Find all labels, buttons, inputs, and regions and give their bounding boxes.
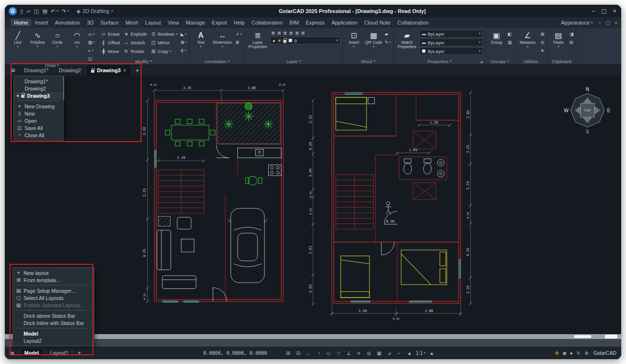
doc-minimize-button[interactable]: −: [599, 20, 601, 26]
menu-item-new-layout[interactable]: +New layout: [13, 269, 94, 276]
tab-bim[interactable]: BIM: [286, 19, 302, 26]
status-bulb-icon[interactable]: ●: [570, 351, 573, 356]
fillet-button[interactable]: ◣▾: [180, 30, 187, 38]
tab-layout[interactable]: Layout: [142, 19, 164, 26]
tab-application[interactable]: Application: [328, 19, 361, 26]
update-icon[interactable]: ↻: [576, 351, 580, 356]
cut-button[interactable]: ◨: [569, 30, 574, 38]
color-dropdown[interactable]: ByLayer ▾: [419, 47, 483, 55]
tab-view[interactable]: View: [164, 19, 183, 26]
rectangle-button[interactable]: ▭▾: [88, 30, 95, 38]
array-button[interactable]: ⊞▾: [180, 39, 187, 46]
menu-item-dock-above[interactable]: Dock above Status Bar: [13, 312, 94, 319]
drawing-canvas[interactable]: 0.15 3.35 3.08 0.15 3.10 2.25 4.35 0.15 …: [5, 76, 621, 334]
menu-item-drawing2[interactable]: Drawing2: [14, 85, 63, 92]
erase-button[interactable]: ▱Erase: [100, 30, 121, 38]
scrollbar-corner-button[interactable]: [605, 335, 617, 338]
menu-item-dock-inline[interactable]: Dock Inline with Status Bar: [13, 319, 94, 326]
rotate-button[interactable]: ↻Rotate: [122, 47, 148, 55]
text-button[interactable]: A Text ▾: [192, 30, 210, 49]
polar-tracking-icon[interactable]: ◔: [314, 351, 322, 356]
arc-button[interactable]: ◠ Arc ▾: [68, 30, 86, 49]
tab-help[interactable]: Help: [231, 19, 248, 26]
undo-caret-icon[interactable]: ▾: [57, 9, 59, 13]
gstarcad-logo-icon[interactable]: G: [9, 7, 17, 15]
tab-cloud-note[interactable]: Cloud Note: [361, 19, 394, 26]
layout-bar-menu-button[interactable]: ≡: [8, 350, 17, 357]
view-compass[interactable]: TOP N S W E: [564, 87, 611, 134]
annotation-visibility-icon[interactable]: ▲: [428, 351, 436, 356]
menu-item-save-all[interactable]: ◫Save All: [14, 124, 63, 131]
isometric-drafting-icon[interactable]: ◇: [325, 351, 332, 356]
block-editor-button[interactable]: ▰: [384, 30, 391, 38]
tab-export[interactable]: Export: [209, 19, 231, 26]
layer-prev-button[interactable]: ≣: [283, 30, 287, 36]
menu-item-new-drawing[interactable]: +New Drawing: [14, 103, 63, 110]
lineweight-dropdown[interactable]: ▬ ByLayer ▾: [419, 39, 483, 46]
save-icon[interactable]: ◫: [34, 8, 39, 14]
draw-panel-footer[interactable]: Draw▾: [9, 63, 95, 68]
match-properties-button[interactable]: ▰ Match Properties: [396, 30, 418, 50]
block-panel-footer[interactable]: Block▾: [345, 58, 391, 65]
insert-button[interactable]: ⊡ Insert ▾: [345, 30, 363, 49]
menu-item-open[interactable]: ▱Open: [14, 117, 63, 124]
floor-plan-drawing[interactable]: 0.15 3.35 3.08 0.15 3.10 2.25 4.35 0.15 …: [5, 76, 621, 334]
workspace-switcher[interactable]: ◈ 2D Drafting ▾: [77, 8, 113, 14]
clean-screen-icon[interactable]: ⊕: [585, 351, 588, 356]
grid-icon[interactable]: ⊞: [284, 351, 292, 356]
print-icon[interactable]: ▤: [42, 8, 47, 14]
group-button[interactable]: ▣ Group: [487, 30, 506, 45]
ortho-mode-icon[interactable]: ∟: [304, 351, 312, 356]
id-point-button[interactable]: ◎: [540, 39, 545, 46]
tab-3d[interactable]: 3D: [83, 19, 97, 26]
appearance-menu[interactable]: Appearance ▾: [561, 20, 593, 26]
leader-button[interactable]: ↗▾: [235, 30, 242, 38]
layer-select-dropdown[interactable]: ● ☀ 0 ▾: [270, 37, 340, 44]
redo-caret-icon[interactable]: ▾: [67, 9, 69, 13]
model-tab[interactable]: Model: [20, 348, 44, 358]
utilities-panel-footer[interactable]: Utilities: [517, 58, 545, 65]
close-tab-icon[interactable]: ×: [123, 68, 126, 73]
copy-button[interactable]: ⊞Copy▾: [150, 47, 179, 55]
trim-button[interactable]: ╪▾: [180, 47, 187, 54]
offset-button[interactable]: ∥Offset: [100, 39, 121, 47]
snap-mode-icon[interactable]: ⊟: [294, 351, 302, 356]
layer-panel-footer[interactable]: Layer▾: [247, 58, 340, 65]
tab-surface[interactable]: Surface: [97, 19, 122, 26]
tab-home[interactable]: Home: [11, 19, 31, 26]
menu-item-select-all-layouts[interactable]: ▢Select All Layouts: [13, 294, 94, 301]
dimension-button[interactable]: ↔ Dimension ▾: [211, 30, 234, 49]
circle-button[interactable]: ○ Circle ▾: [48, 30, 66, 49]
settings-gear-icon[interactable]: ⚙: [555, 351, 559, 356]
layer-match-button[interactable]: ≣: [277, 30, 281, 36]
menu-item-drawing3[interactable]: Drawing3: [14, 92, 63, 99]
menu-item-from-template[interactable]: ⊞From template...: [13, 276, 94, 284]
menu-item-layout2[interactable]: Layout2: [13, 337, 94, 344]
region-button[interactable]: ◱: [88, 55, 95, 63]
new-drawing-tab-button[interactable]: +: [131, 65, 144, 76]
gradient-button[interactable]: ◐▾: [88, 47, 95, 54]
object-snap-icon[interactable]: □: [335, 351, 342, 356]
explode-button[interactable]: ∗Explode: [122, 30, 148, 38]
undo-icon[interactable]: ↶: [51, 8, 55, 14]
hatch-button[interactable]: ▨▾: [88, 39, 95, 46]
menu-item-model[interactable]: Model: [13, 330, 94, 337]
tab-mesh[interactable]: Mesh: [122, 19, 142, 26]
annotation-scale-control[interactable]: 1:1 ▾: [416, 350, 425, 356]
transparency-icon[interactable]: ◎: [365, 351, 373, 356]
tab-collaboration[interactable]: Collaboration: [248, 19, 286, 26]
modify-panel-footer[interactable]: Modify▾: [100, 58, 187, 65]
point-button[interactable]: ∗: [540, 47, 545, 54]
clipboard-panel-footer[interactable]: Clipboard: [549, 58, 574, 65]
table-button[interactable]: ⊞: [235, 39, 242, 46]
selection-cycling-icon[interactable]: ▦: [375, 351, 383, 356]
qr-code-button[interactable]: ▦ QR Code ▾: [365, 30, 383, 49]
layer-freeze-button[interactable]: ≣: [301, 30, 305, 36]
tab-express[interactable]: Express: [302, 19, 328, 26]
tab-manage[interactable]: Manage: [183, 19, 209, 26]
tab-collaboration-2[interactable]: Collaboration: [394, 19, 432, 26]
attribute-button[interactable]: ✎▾: [384, 39, 391, 46]
lineweight-icon[interactable]: ≡: [355, 351, 363, 356]
dynamic-input-icon[interactable]: ⌐: [395, 351, 403, 356]
layer-off-button[interactable]: ≣: [295, 30, 299, 36]
